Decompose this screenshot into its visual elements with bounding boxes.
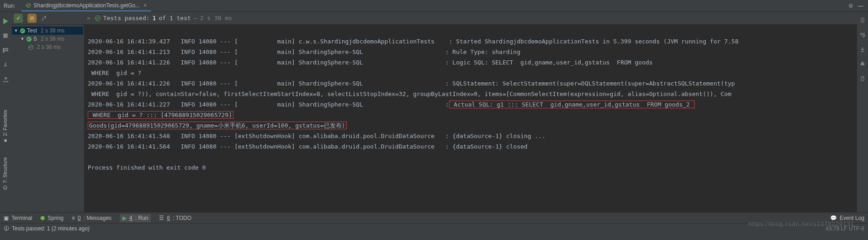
close-icon[interactable]: × xyxy=(143,2,147,9)
console-line: 2020-06-16 16:41:39.427 INFO 14080 --- [… xyxy=(88,38,738,45)
play-icon: ▶ xyxy=(122,215,127,221)
show-passed-toggle[interactable]: ✓ xyxy=(14,14,23,23)
todo-accel: 6 xyxy=(167,215,170,221)
check-icon xyxy=(26,3,31,8)
console-line: 2020-06-16 16:41:41.226 INFO 14080 --- [… xyxy=(88,80,735,87)
summary-duration: 2 s 38 ms xyxy=(200,13,232,23)
messages-tab[interactable]: ≡ 0: Messages xyxy=(72,215,111,221)
trash-icon[interactable] xyxy=(859,75,866,82)
console-line: 2020-06-16 16:41:41.213 INFO 14080 --- [… xyxy=(88,48,520,55)
soft-wrap-icon[interactable] xyxy=(859,31,866,38)
status-message: Tests passed: 1 (2 minutes ago) xyxy=(12,225,90,232)
structure-label: 7: Structure xyxy=(2,157,7,183)
console-line: Process finished with exit code 0 xyxy=(88,164,206,171)
show-ignored-toggle[interactable]: ⊘ xyxy=(27,14,37,23)
gear-icon[interactable]: ⚙ xyxy=(848,3,853,9)
messages-label: : Messages xyxy=(84,215,111,221)
todo-icon: ☰ xyxy=(159,215,164,221)
svg-rect-0 xyxy=(3,33,8,38)
test-tree-panel: ✓ ⊘ ↓² ▼ Test 2 s 38 ms ▼ S 2 s 38 ms xyxy=(11,12,84,212)
console-line: WHERE gid = ? xyxy=(88,69,141,76)
terminal-tab[interactable]: ▣ Terminal xyxy=(4,215,32,221)
tree-leaf[interactable]: 2 s 38 ms xyxy=(12,43,83,51)
console-line: 2020-06-16 16:41:41.564 INFO 14080 --- [… xyxy=(88,143,528,150)
highlight-where: WHERE gid = ? ::: [479688915029065729] xyxy=(88,111,233,119)
collapse-icon[interactable] xyxy=(859,16,866,24)
console-line: WHERE gid = ?)), containStar=false, firs… xyxy=(88,91,731,97)
run-config-tab[interactable]: ShardingjdbcdemoApplicationTests.getGo..… xyxy=(21,0,151,11)
todo-tab[interactable]: ☰ 6: TODO xyxy=(159,215,191,221)
status-info-icon: 🛈 xyxy=(4,225,9,232)
svg-rect-1 xyxy=(3,48,5,53)
summary-prefix: Tests passed: xyxy=(103,13,150,23)
todo-label: : TODO xyxy=(173,215,191,221)
expand-icon[interactable]: » xyxy=(87,13,90,23)
spring-tab[interactable]: ⬢ Spring xyxy=(40,215,64,221)
highlight-actual-sql: Actual SQL: g1 ::: SELECT gid,gname,user… xyxy=(449,101,695,108)
tree-child[interactable]: ▼ S 2 s 38 ms xyxy=(12,35,83,43)
bottom-tool-tabs: ▣ Terminal ⬢ Spring ≡ 0: Messages ▶ 4: R… xyxy=(0,212,868,223)
terminal-icon: ▣ xyxy=(4,215,9,221)
pass-icon xyxy=(20,28,25,33)
console-line: 2020-06-16 16:41:41.226 INFO 14080 --- [… xyxy=(88,59,656,66)
tree-root-label: Test xyxy=(27,27,37,34)
console-line: 2020-06-16 16:41:41.548 INFO 14080 --- [… xyxy=(88,133,545,139)
test-tree: ▼ Test 2 s 38 ms ▼ S 2 s 38 ms 2 s 38 ms xyxy=(11,25,84,53)
tree-child-label: S xyxy=(33,36,37,42)
structure-tab[interactable]: ⌬ 7: Structure xyxy=(2,157,8,190)
tree-root-duration: 2 s 38 ms xyxy=(41,27,64,34)
test-summary-bar: » Tests passed: 1 of 1 test – 2 s 38 ms xyxy=(84,12,857,25)
test-toolbar: ✓ ⊘ ↓² xyxy=(11,12,84,25)
console-output[interactable]: » Tests passed: 1 of 1 test – 2 s 38 ms … xyxy=(84,12,857,212)
minimize-icon[interactable]: — xyxy=(858,3,863,9)
structure-icon: ⌬ xyxy=(2,185,8,190)
stop-icon[interactable] xyxy=(2,32,9,39)
svg-rect-5 xyxy=(862,62,863,63)
chevron-down-icon[interactable]: ▼ xyxy=(20,37,25,41)
svg-rect-4 xyxy=(861,63,864,65)
sort-icon[interactable]: ↓² xyxy=(41,15,46,21)
run-label: : Run xyxy=(135,215,148,221)
run-config-title: ShardingjdbcdemoApplicationTests.getGo..… xyxy=(33,2,140,9)
export-icon[interactable] xyxy=(2,76,9,83)
watermark: https://blog.csdn.net/s1078229131 xyxy=(748,220,854,227)
summary-dash: – xyxy=(194,13,197,23)
run-tab[interactable]: ▶ 4: Run xyxy=(120,214,151,222)
print-icon[interactable] xyxy=(859,60,866,68)
favorites-tab[interactable]: ★ 2: Favorites xyxy=(2,110,8,144)
spring-label: Spring xyxy=(48,215,64,221)
pin-icon[interactable] xyxy=(2,61,9,69)
chevron-down-icon[interactable]: ▼ xyxy=(14,28,18,33)
pass-icon xyxy=(26,37,32,42)
left-side-tabs: ★ 2: Favorites ⌬ 7: Structure xyxy=(0,110,9,190)
right-gutter xyxy=(857,12,868,212)
rerun-icon[interactable] xyxy=(2,17,9,25)
terminal-label: Terminal xyxy=(11,215,32,221)
messages-icon: ≡ xyxy=(72,215,75,221)
pass-icon xyxy=(95,16,101,21)
summary-of: of 1 test xyxy=(159,13,191,23)
favorites-label: 2: Favorites xyxy=(2,110,7,136)
star-icon: ★ xyxy=(2,138,8,144)
tree-root[interactable]: ▼ Test 2 s 38 ms xyxy=(12,27,83,35)
summary-count: 1 xyxy=(153,13,156,23)
pass-ring-icon xyxy=(28,45,33,50)
svg-rect-2 xyxy=(5,48,8,49)
messages-accel: 0 xyxy=(78,215,81,221)
console-line: 2020-06-16 16:41:41.227 INFO 14080 --- [… xyxy=(88,101,449,108)
layout-icon[interactable] xyxy=(2,47,9,54)
scroll-to-end-icon[interactable] xyxy=(859,46,866,53)
highlight-goods-row: Goods(gid=479688915029065729, gname=小米手机… xyxy=(88,122,347,129)
status-bar: 🛈 Tests passed: 1 (2 minutes ago) 43:78 … xyxy=(0,223,868,233)
run-accel: 4 xyxy=(129,215,132,221)
svg-rect-3 xyxy=(5,50,8,51)
tree-child-duration: 2 s 38 ms xyxy=(41,36,64,42)
tree-leaf-duration: 2 s 38 ms xyxy=(37,44,61,50)
spring-icon: ⬢ xyxy=(40,215,45,221)
run-panel-label: Run: xyxy=(4,3,15,9)
